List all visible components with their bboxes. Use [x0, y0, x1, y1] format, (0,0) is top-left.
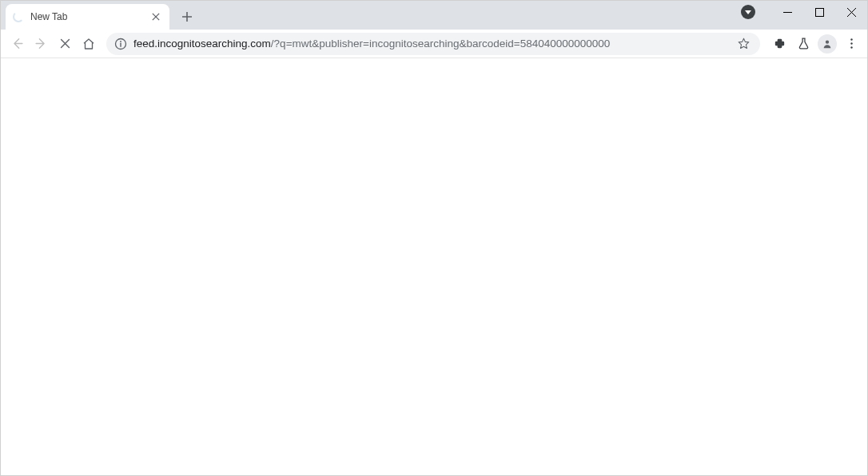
maximize-button[interactable]: [803, 1, 835, 23]
page-content: [1, 58, 867, 476]
arrow-right-icon: [34, 37, 48, 50]
avatar: [818, 34, 837, 54]
svg-point-4: [850, 38, 852, 40]
home-button[interactable]: [78, 33, 100, 55]
close-window-button[interactable]: [835, 1, 867, 23]
menu-button[interactable]: [840, 33, 862, 55]
svg-point-3: [826, 40, 829, 43]
window-controls: [741, 1, 867, 23]
titlebar: New Tab: [1, 1, 867, 30]
svg-rect-0: [815, 8, 823, 16]
maximize-icon: [815, 8, 824, 17]
close-tab-button[interactable]: [149, 10, 162, 23]
url-path: /?q=mwt&publisher=incognitosearching&bar…: [271, 38, 610, 50]
minimize-icon: [783, 8, 792, 17]
svg-point-2: [120, 41, 121, 42]
person-icon: [821, 38, 834, 50]
arrow-left-icon: [10, 37, 24, 50]
home-icon: [82, 37, 96, 51]
url-text: feed.incognitosearching.com/?q=mwt&publi…: [133, 38, 728, 50]
close-icon: [58, 37, 72, 50]
bookmark-button[interactable]: [735, 35, 752, 53]
url-host: feed.incognitosearching.com: [133, 38, 271, 50]
minimize-button[interactable]: [771, 1, 803, 23]
puzzle-icon: [773, 37, 786, 50]
close-icon: [152, 13, 160, 21]
loading-spinner-icon: [13, 11, 24, 22]
stop-loading-button[interactable]: [54, 33, 76, 55]
toolbar: feed.incognitosearching.com/?q=mwt&publi…: [1, 30, 867, 58]
address-bar[interactable]: feed.incognitosearching.com/?q=mwt&publi…: [106, 33, 760, 55]
toolbar-actions: [768, 33, 862, 55]
info-icon: [114, 38, 127, 50]
profile-button[interactable]: [816, 33, 838, 55]
update-indicator-icon[interactable]: [741, 5, 755, 19]
svg-point-5: [850, 42, 852, 44]
back-button[interactable]: [6, 33, 28, 55]
star-icon: [737, 37, 751, 50]
close-icon: [847, 8, 856, 17]
new-tab-button[interactable]: [176, 6, 198, 28]
plus-icon: [181, 11, 193, 22]
kebab-menu-icon: [845, 37, 858, 50]
site-info-button[interactable]: [114, 38, 127, 50]
flask-icon: [797, 37, 810, 50]
forward-button[interactable]: [30, 33, 52, 55]
browser-tab[interactable]: New Tab: [6, 4, 169, 30]
svg-point-6: [850, 46, 852, 48]
labs-button[interactable]: [792, 33, 814, 55]
tab-title: New Tab: [30, 11, 149, 22]
extensions-button[interactable]: [768, 33, 790, 55]
